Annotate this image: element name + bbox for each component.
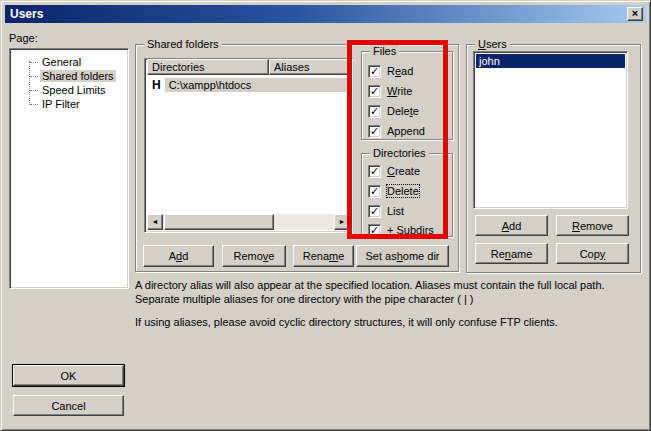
create-checkbox-row[interactable]: Create xyxy=(368,164,420,178)
cancel-button[interactable]: Cancel xyxy=(13,395,124,416)
column-header-aliases[interactable]: Aliases xyxy=(269,59,352,75)
rename-user-button[interactable]: Rename xyxy=(475,243,548,264)
add-user-button[interactable]: Add xyxy=(475,215,548,236)
list-checkbox[interactable] xyxy=(368,205,381,218)
users-group-label: Users xyxy=(475,38,510,50)
page-item-ip-filter[interactable]: IP Filter xyxy=(30,97,82,111)
horizontal-scrollbar[interactable]: ◄ ► xyxy=(147,214,350,230)
subdirs-checkbox[interactable] xyxy=(368,224,381,237)
add-folder-button[interactable]: Add xyxy=(143,245,214,267)
list-checkbox-row[interactable]: List xyxy=(368,204,404,218)
delete-files-checkbox[interactable] xyxy=(368,105,381,118)
page-list[interactable]: General Shared folders Speed Limits IP F… xyxy=(9,48,129,289)
delete-files-checkbox-row[interactable]: Delete xyxy=(368,104,419,118)
scrollbar-thumb[interactable] xyxy=(164,214,274,230)
subdirs-checkbox-row[interactable]: + Subdirs xyxy=(368,223,434,237)
cyclic-warning-text: If using aliases, please avoid cyclic di… xyxy=(135,315,620,329)
page-item-shared-folders[interactable]: Shared folders xyxy=(30,69,116,83)
alias-info-text: A directory alias will also appear at th… xyxy=(135,278,620,306)
scroll-left-icon[interactable]: ◄ xyxy=(147,214,163,230)
files-group-label: Files xyxy=(370,45,399,57)
users-list[interactable]: john xyxy=(473,51,628,209)
close-icon[interactable]: × xyxy=(627,7,643,21)
append-checkbox[interactable] xyxy=(368,125,381,138)
directory-path: C:\xampp\htdocs xyxy=(165,78,350,92)
shared-folders-group-label: Shared folders xyxy=(144,38,222,50)
files-group: Files Read Write Delete Append xyxy=(361,51,453,140)
delete-dirs-checkbox-row[interactable]: Delete xyxy=(368,184,419,198)
directory-row[interactable]: H C:\xampp\htdocs xyxy=(147,77,350,92)
page-item-speed-limits[interactable]: Speed Limits xyxy=(30,83,108,97)
home-marker: H xyxy=(147,78,165,92)
write-checkbox[interactable] xyxy=(368,85,381,98)
rename-folder-button[interactable]: Rename xyxy=(293,245,354,267)
remove-user-button[interactable]: Remove xyxy=(556,215,629,236)
delete-dirs-checkbox[interactable] xyxy=(368,185,381,198)
write-checkbox-row[interactable]: Write xyxy=(368,84,412,98)
read-checkbox-row[interactable]: Read xyxy=(368,64,413,78)
directories-group: Directories Create Delete List + Subdirs xyxy=(361,153,453,237)
directories-group-label: Directories xyxy=(370,147,429,159)
append-checkbox-row[interactable]: Append xyxy=(368,124,425,138)
column-header-directories[interactable]: Directories xyxy=(147,59,269,75)
title-bar[interactable]: Users × xyxy=(5,5,646,23)
copy-user-button[interactable]: Copy xyxy=(556,243,629,264)
create-checkbox[interactable] xyxy=(368,165,381,178)
remove-folder-button[interactable]: Remove xyxy=(222,245,286,267)
ok-button[interactable]: OK xyxy=(13,365,124,386)
page-label: Page: xyxy=(9,32,38,44)
scroll-right-icon[interactable]: ► xyxy=(334,214,350,230)
users-dialog: Users × Page: General Shared folders Spe… xyxy=(0,0,651,431)
read-checkbox[interactable] xyxy=(368,65,381,78)
page-item-general[interactable]: General xyxy=(30,55,83,69)
window-title: Users xyxy=(10,7,43,21)
directories-list[interactable]: Directories Aliases H C:\xampp\htdocs ◄ … xyxy=(144,58,353,233)
user-row-john[interactable]: john xyxy=(476,54,625,68)
set-as-home-dir-button[interactable]: Set as home dir xyxy=(356,245,449,267)
